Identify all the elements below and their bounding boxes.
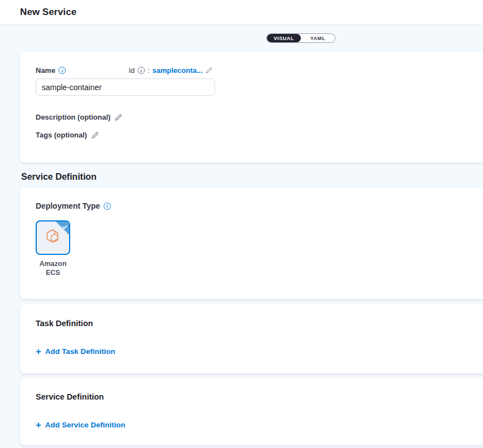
new-service-page: New Service VISUAL YAML Name i Id i : sa…	[0, 0, 483, 448]
deployment-type-card: Deployment Type i Amazon ECS	[20, 188, 483, 299]
visual-yaml-toggle[interactable]: VISUAL YAML	[266, 33, 335, 43]
deployment-type-label-row: Deployment Type i	[36, 201, 111, 210]
tags-label: Tags (optional)	[36, 131, 87, 139]
description-row: Description (optional)	[36, 113, 123, 121]
tags-row: Tags (optional)	[36, 131, 99, 139]
amazon-ecs-caption-line2: ECS	[36, 268, 70, 277]
description-label: Description (optional)	[36, 113, 110, 121]
service-about-card: Name i Id i : sampleconta... Description…	[20, 52, 483, 163]
add-task-definition-button[interactable]: + Add Task Definition	[36, 347, 115, 356]
tab-visual[interactable]: VISUAL	[267, 34, 301, 42]
page-header: New Service	[0, 0, 483, 25]
plus-icon: +	[36, 348, 41, 356]
service-definition-heading: Service Definition	[36, 392, 104, 401]
tab-yaml[interactable]: YAML	[301, 34, 335, 42]
deployment-type-info-icon[interactable]: i	[104, 203, 111, 210]
plus-icon: +	[36, 421, 41, 429]
id-row: Id i : sampleconta...	[129, 66, 213, 75]
edit-description-icon[interactable]	[115, 114, 123, 121]
service-name-input[interactable]	[36, 78, 215, 96]
service-definition-card: Service Definition + Add Service Definit…	[20, 378, 483, 445]
name-info-icon[interactable]: i	[58, 67, 66, 74]
service-definition-section-heading: Service Definition	[21, 172, 96, 182]
add-service-definition-label: Add Service Definition	[45, 421, 125, 429]
name-label-row: Name i	[36, 66, 66, 75]
id-value[interactable]: sampleconta...	[152, 66, 202, 75]
id-label: Id	[129, 66, 135, 75]
deployment-type-label: Deployment Type	[36, 201, 100, 210]
amazon-ecs-caption: Amazon ECS	[36, 259, 70, 277]
page-title: New Service	[20, 7, 76, 18]
name-label: Name	[36, 66, 55, 75]
edit-id-icon[interactable]	[206, 67, 213, 74]
add-task-definition-label: Add Task Definition	[45, 347, 115, 356]
task-definition-heading: Task Definition	[36, 319, 93, 328]
checkmark-icon	[61, 223, 68, 233]
add-service-definition-button[interactable]: + Add Service Definition	[36, 421, 125, 429]
amazon-ecs-caption-line1: Amazon	[36, 259, 70, 268]
id-separator: :	[148, 66, 150, 75]
id-info-icon[interactable]: i	[138, 67, 145, 74]
task-definition-card: Task Definition + Add Task Definition	[20, 304, 483, 373]
edit-tags-icon[interactable]	[91, 131, 99, 139]
deployment-type-amazon-ecs-tile[interactable]	[36, 220, 70, 255]
